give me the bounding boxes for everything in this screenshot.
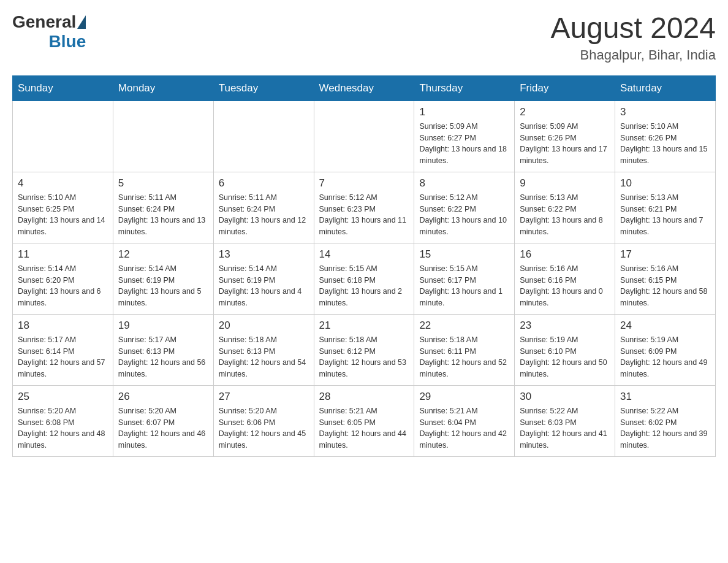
calendar-cell: 2Sunrise: 5:09 AMSunset: 6:26 PMDaylight… xyxy=(515,101,615,172)
calendar-cell: 18Sunrise: 5:17 AMSunset: 6:14 PMDayligh… xyxy=(13,314,113,385)
day-info: Sunrise: 5:18 AMSunset: 6:13 PMDaylight:… xyxy=(219,334,309,380)
weekday-header: Saturday xyxy=(615,75,716,101)
day-info: Sunrise: 5:19 AMSunset: 6:10 PMDaylight:… xyxy=(520,334,610,380)
subtitle: Bhagalpur, Bihar, India xyxy=(550,47,716,63)
day-number: 2 xyxy=(520,106,610,118)
calendar-cell: 31Sunrise: 5:22 AMSunset: 6:02 PMDayligh… xyxy=(615,385,716,456)
calendar-cell: 20Sunrise: 5:18 AMSunset: 6:13 PMDayligh… xyxy=(213,314,314,385)
day-info: Sunrise: 5:15 AMSunset: 6:18 PMDaylight:… xyxy=(319,263,409,309)
calendar-cell: 15Sunrise: 5:15 AMSunset: 6:17 PMDayligh… xyxy=(414,243,515,314)
calendar-cell: 1Sunrise: 5:09 AMSunset: 6:27 PMDaylight… xyxy=(414,101,515,172)
day-info: Sunrise: 5:16 AMSunset: 6:16 PMDaylight:… xyxy=(520,263,610,309)
day-number: 12 xyxy=(118,248,208,261)
calendar-cell: 6Sunrise: 5:11 AMSunset: 6:24 PMDaylight… xyxy=(213,172,314,243)
day-info: Sunrise: 5:09 AMSunset: 6:27 PMDaylight:… xyxy=(419,121,509,167)
day-number: 27 xyxy=(219,391,309,403)
day-number: 30 xyxy=(520,391,610,403)
day-number: 10 xyxy=(620,177,710,190)
weekday-header: Friday xyxy=(515,75,615,101)
day-number: 22 xyxy=(419,320,509,332)
calendar-cell: 23Sunrise: 5:19 AMSunset: 6:10 PMDayligh… xyxy=(515,314,615,385)
day-info: Sunrise: 5:11 AMSunset: 6:24 PMDaylight:… xyxy=(219,192,309,238)
day-number: 11 xyxy=(18,248,108,261)
logo-triangle-icon xyxy=(77,15,86,29)
day-info: Sunrise: 5:15 AMSunset: 6:17 PMDaylight:… xyxy=(419,263,509,309)
weekday-header: Monday xyxy=(113,75,213,101)
day-number: 3 xyxy=(620,106,710,118)
calendar-cell: 7Sunrise: 5:12 AMSunset: 6:23 PMDaylight… xyxy=(314,172,414,243)
calendar-cell: 30Sunrise: 5:22 AMSunset: 6:03 PMDayligh… xyxy=(515,385,615,456)
calendar-cell: 10Sunrise: 5:13 AMSunset: 6:21 PMDayligh… xyxy=(615,172,716,243)
calendar-week-row: 18Sunrise: 5:17 AMSunset: 6:14 PMDayligh… xyxy=(13,314,716,385)
day-number: 4 xyxy=(18,177,108,190)
main-title: August 2024 xyxy=(550,12,716,45)
calendar-cell: 19Sunrise: 5:17 AMSunset: 6:13 PMDayligh… xyxy=(113,314,213,385)
calendar-week-row: 4Sunrise: 5:10 AMSunset: 6:25 PMDaylight… xyxy=(13,172,716,243)
day-number: 24 xyxy=(620,320,710,332)
calendar-cell: 24Sunrise: 5:19 AMSunset: 6:09 PMDayligh… xyxy=(615,314,716,385)
day-info: Sunrise: 5:09 AMSunset: 6:26 PMDaylight:… xyxy=(520,121,610,167)
calendar-cell: 22Sunrise: 5:18 AMSunset: 6:11 PMDayligh… xyxy=(414,314,515,385)
calendar-cell: 12Sunrise: 5:14 AMSunset: 6:19 PMDayligh… xyxy=(113,243,213,314)
day-number: 28 xyxy=(319,391,409,403)
day-number: 18 xyxy=(18,320,108,332)
day-info: Sunrise: 5:19 AMSunset: 6:09 PMDaylight:… xyxy=(620,334,710,380)
calendar-cell: 14Sunrise: 5:15 AMSunset: 6:18 PMDayligh… xyxy=(314,243,414,314)
day-number: 23 xyxy=(520,320,610,332)
weekday-header: Tuesday xyxy=(213,75,314,101)
weekday-header: Thursday xyxy=(414,75,515,101)
weekday-header: Sunday xyxy=(13,75,113,101)
day-number: 21 xyxy=(319,320,409,332)
calendar-cell: 8Sunrise: 5:12 AMSunset: 6:22 PMDaylight… xyxy=(414,172,515,243)
day-number: 31 xyxy=(620,391,710,403)
calendar-cell: 21Sunrise: 5:18 AMSunset: 6:12 PMDayligh… xyxy=(314,314,414,385)
day-number: 25 xyxy=(18,391,108,403)
calendar-cell: 28Sunrise: 5:21 AMSunset: 6:05 PMDayligh… xyxy=(314,385,414,456)
day-number: 20 xyxy=(219,320,309,332)
day-number: 9 xyxy=(520,177,610,190)
calendar-cell: 11Sunrise: 5:14 AMSunset: 6:20 PMDayligh… xyxy=(13,243,113,314)
day-info: Sunrise: 5:12 AMSunset: 6:23 PMDaylight:… xyxy=(319,192,409,238)
day-info: Sunrise: 5:21 AMSunset: 6:04 PMDaylight:… xyxy=(419,405,509,451)
logo-blue-text: Blue xyxy=(49,32,86,52)
calendar-cell: 16Sunrise: 5:16 AMSunset: 6:16 PMDayligh… xyxy=(515,243,615,314)
day-info: Sunrise: 5:12 AMSunset: 6:22 PMDaylight:… xyxy=(419,192,509,238)
calendar-cell xyxy=(113,101,213,172)
day-info: Sunrise: 5:11 AMSunset: 6:24 PMDaylight:… xyxy=(118,192,208,238)
day-number: 7 xyxy=(319,177,409,190)
day-info: Sunrise: 5:13 AMSunset: 6:22 PMDaylight:… xyxy=(520,192,610,238)
calendar-header-row: SundayMondayTuesdayWednesdayThursdayFrid… xyxy=(13,75,716,101)
day-number: 13 xyxy=(219,248,309,261)
day-info: Sunrise: 5:10 AMSunset: 6:25 PMDaylight:… xyxy=(18,192,108,238)
logo: General Blue xyxy=(12,12,86,52)
title-section: August 2024 Bhagalpur, Bihar, India xyxy=(550,12,716,63)
calendar-cell: 26Sunrise: 5:20 AMSunset: 6:07 PMDayligh… xyxy=(113,385,213,456)
day-number: 1 xyxy=(419,106,509,118)
logo-general-text: General xyxy=(12,12,76,32)
day-info: Sunrise: 5:10 AMSunset: 6:26 PMDaylight:… xyxy=(620,121,710,167)
day-info: Sunrise: 5:14 AMSunset: 6:19 PMDaylight:… xyxy=(219,263,309,309)
calendar-cell: 5Sunrise: 5:11 AMSunset: 6:24 PMDaylight… xyxy=(113,172,213,243)
calendar-cell: 4Sunrise: 5:10 AMSunset: 6:25 PMDaylight… xyxy=(13,172,113,243)
calendar-cell: 27Sunrise: 5:20 AMSunset: 6:06 PMDayligh… xyxy=(213,385,314,456)
calendar-cell xyxy=(314,101,414,172)
calendar-week-row: 11Sunrise: 5:14 AMSunset: 6:20 PMDayligh… xyxy=(13,243,716,314)
calendar-cell: 9Sunrise: 5:13 AMSunset: 6:22 PMDaylight… xyxy=(515,172,615,243)
day-info: Sunrise: 5:18 AMSunset: 6:12 PMDaylight:… xyxy=(319,334,409,380)
day-info: Sunrise: 5:17 AMSunset: 6:14 PMDaylight:… xyxy=(18,334,108,380)
day-number: 16 xyxy=(520,248,610,261)
day-info: Sunrise: 5:20 AMSunset: 6:08 PMDaylight:… xyxy=(18,405,108,451)
day-info: Sunrise: 5:16 AMSunset: 6:15 PMDaylight:… xyxy=(620,263,710,309)
day-info: Sunrise: 5:20 AMSunset: 6:06 PMDaylight:… xyxy=(219,405,309,451)
day-number: 5 xyxy=(118,177,208,190)
calendar-cell: 17Sunrise: 5:16 AMSunset: 6:15 PMDayligh… xyxy=(615,243,716,314)
day-info: Sunrise: 5:18 AMSunset: 6:11 PMDaylight:… xyxy=(419,334,509,380)
calendar-week-row: 25Sunrise: 5:20 AMSunset: 6:08 PMDayligh… xyxy=(13,385,716,456)
day-info: Sunrise: 5:14 AMSunset: 6:19 PMDaylight:… xyxy=(118,263,208,309)
calendar-cell: 13Sunrise: 5:14 AMSunset: 6:19 PMDayligh… xyxy=(213,243,314,314)
day-info: Sunrise: 5:13 AMSunset: 6:21 PMDaylight:… xyxy=(620,192,710,238)
day-number: 6 xyxy=(219,177,309,190)
calendar-cell: 25Sunrise: 5:20 AMSunset: 6:08 PMDayligh… xyxy=(13,385,113,456)
calendar-cell: 29Sunrise: 5:21 AMSunset: 6:04 PMDayligh… xyxy=(414,385,515,456)
calendar-cell: 3Sunrise: 5:10 AMSunset: 6:26 PMDaylight… xyxy=(615,101,716,172)
